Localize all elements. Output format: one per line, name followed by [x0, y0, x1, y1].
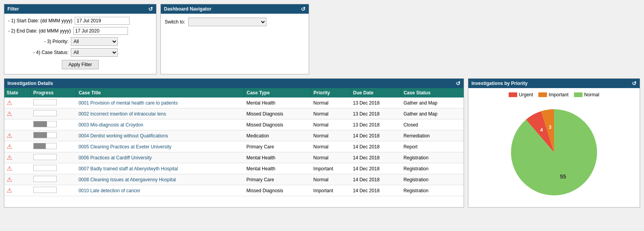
progress-bar-fill	[34, 132, 47, 138]
case-title-link[interactable]: 0007 Badly trained staff at Aberystwyth …	[79, 166, 178, 171]
priority-cell: Normal	[311, 174, 351, 185]
urgent-label: Urgent	[519, 92, 533, 97]
case-title-cell: 0005 Cleaning Practices at Exeter Univer…	[76, 141, 244, 152]
col-case-type: Case Type	[244, 88, 311, 97]
due-date-cell: 13 Dec 2018	[351, 119, 401, 130]
end-date-input[interactable]	[73, 27, 128, 35]
state-cell: ⚠	[4, 185, 31, 196]
table-row: ⚠0002 Incorrect insertion of intraocular…	[4, 108, 464, 119]
investigation-refresh-icon[interactable]: ↺	[456, 80, 461, 87]
priority-cell: Normal	[311, 152, 351, 163]
dashboard-body: Switch to:	[161, 14, 309, 30]
legend-normal: Normal	[574, 92, 599, 97]
table-row: ⚠0010 Late detection of cancerMissed Dia…	[4, 185, 464, 196]
normal-label: Normal	[584, 92, 599, 97]
state-cell: ⚠	[4, 163, 31, 174]
priority-cell: Important	[311, 185, 351, 196]
due-date-cell: 14 Dec 2018	[351, 141, 401, 152]
state-cell: ⚠	[4, 141, 31, 152]
case-type-cell: Medication	[244, 130, 311, 141]
col-state: State	[4, 88, 31, 97]
table-row: ⚠0004 Dentist working without Qualificat…	[4, 130, 464, 141]
due-date-cell: 14 Dec 2018	[351, 185, 401, 196]
end-date-row: - 2) End Date: (dd MMM yyyy)	[8, 27, 152, 35]
due-date-cell: 13 Dec 2018	[351, 97, 401, 108]
warning-icon: ⚠	[7, 176, 12, 183]
col-priority: Priority	[311, 88, 351, 97]
due-date-cell: 13 Dec 2018	[351, 108, 401, 119]
progress-cell	[31, 141, 76, 152]
col-case-title: Case Title	[76, 88, 244, 97]
case-title-cell: 0007 Badly trained staff at Aberystwyth …	[76, 163, 244, 174]
case-title-link[interactable]: 0004 Dentist working without Qualificati…	[79, 133, 168, 139]
warning-icon: ⚠	[7, 187, 12, 194]
case-title-cell: 0002 Incorrect insertion of intraocular …	[76, 108, 244, 119]
normal-pie-label: 55	[560, 173, 566, 180]
filter-header: Filter ↺	[4, 4, 156, 14]
warning-icon: ⚠	[7, 99, 12, 106]
case-status-cell: Remediation	[401, 130, 463, 141]
case-status-select[interactable]: All Open Closed	[71, 48, 118, 57]
priority-title: Investigations by Priority	[471, 81, 527, 86]
priority-panel: Investigations by Priority ↺ Urgent Impo…	[468, 78, 640, 208]
pie-chart: 55 4 3	[503, 101, 605, 203]
progress-bar-container	[33, 110, 57, 116]
important-label: Important	[549, 92, 568, 97]
investigation-table: State Progress Case Title Case Type Prio…	[4, 88, 464, 196]
priority-cell: Normal	[311, 97, 351, 108]
progress-cell	[31, 185, 76, 196]
investigation-panel: Investigation Details ↺ State Progress C…	[4, 78, 464, 208]
progress-cell	[31, 130, 76, 141]
case-title-cell: 0010 Late detection of cancer	[76, 185, 244, 196]
progress-bar-fill	[34, 121, 47, 127]
case-title-link[interactable]: 0005 Cleaning Practices at Exeter Univer…	[79, 144, 171, 150]
case-title-link[interactable]: 0003 Mis-diagnosis at Croydon	[79, 122, 143, 128]
due-date-cell: 14 Dec 2018	[351, 152, 401, 163]
state-cell: ⚠	[4, 108, 31, 119]
case-title-link[interactable]: 0010 Late detection of cancer	[79, 188, 140, 193]
start-date-input[interactable]	[75, 17, 130, 25]
apply-filter-button[interactable]: Apply Filter	[62, 60, 99, 69]
end-date-label: - 2) End Date: (dd MMM yyyy)	[8, 28, 73, 34]
priority-cell: Normal	[311, 141, 351, 152]
legend-important: Important	[538, 92, 568, 97]
filter-body: - 1) Start Date: (dd MMM yyyy) - 2) End …	[4, 14, 156, 74]
filter-refresh-icon[interactable]: ↺	[148, 6, 153, 12]
table-row: 0003 Mis-diagnosis at CroydonMissed Diag…	[4, 119, 464, 130]
col-due-date: Due Date	[351, 88, 401, 97]
priority-cell: Important	[311, 163, 351, 174]
state-cell: ⚠	[4, 130, 31, 141]
state-cell: ⚠	[4, 174, 31, 185]
investigation-header: Investigation Details ↺	[4, 79, 464, 88]
priority-legend: Urgent Important Normal	[509, 92, 599, 97]
case-type-cell: Primary Care	[244, 174, 311, 185]
case-status-cell: Closed	[401, 119, 463, 130]
case-type-cell: Missed Diagnosis	[244, 108, 311, 119]
col-case-status: Case Status	[401, 88, 463, 97]
progress-cell	[31, 108, 76, 119]
progress-bar-container	[33, 187, 57, 193]
case-type-cell: Mental Health	[244, 97, 311, 108]
due-date-cell: 14 Dec 2018	[351, 174, 401, 185]
warning-icon: ⚠	[7, 165, 12, 172]
case-title-link[interactable]: 0008 Cleaning Issues at Abergavenny Hosp…	[79, 177, 176, 182]
case-status-cell: Registration	[401, 185, 463, 196]
table-row: ⚠0005 Cleaning Practices at Exeter Unive…	[4, 141, 464, 152]
normal-color-swatch	[574, 92, 583, 97]
state-cell: ⚠	[4, 152, 31, 163]
table-row: ⚠0008 Cleaning Issues at Abergavenny Hos…	[4, 174, 464, 185]
case-status-cell: Report	[401, 141, 463, 152]
table-row: ⚠0007 Badly trained staff at Aberystwyth…	[4, 163, 464, 174]
state-cell	[4, 119, 31, 130]
case-title-link[interactable]: 0002 Incorrect insertion of intraocular …	[79, 111, 166, 117]
case-status-cell: Registration	[401, 152, 463, 163]
priority-refresh-icon[interactable]: ↺	[632, 80, 637, 87]
case-status-cell: Registration	[401, 174, 463, 185]
case-status-row: - 4) Case Status: All Open Closed	[8, 48, 152, 57]
table-header-row: State Progress Case Title Case Type Prio…	[4, 88, 464, 97]
dashboard-refresh-icon[interactable]: ↺	[301, 6, 306, 12]
priority-select[interactable]: All Urgent Important Normal	[71, 37, 118, 46]
switch-to-select[interactable]	[188, 18, 266, 26]
case-title-link[interactable]: 0006 Practices at Cardiff University	[79, 155, 152, 161]
case-title-link[interactable]: 0001 Provision of mental health care to …	[79, 100, 178, 106]
